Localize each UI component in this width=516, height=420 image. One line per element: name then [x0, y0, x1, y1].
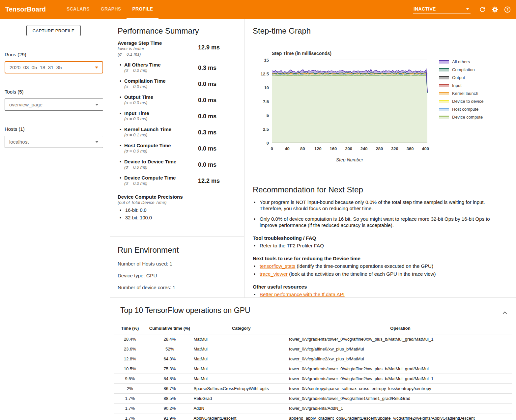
step-time-chart: 02.557.51012.515040801201602002402803203… — [253, 56, 437, 165]
metric-sigma: (σ = 0.0 ms) — [124, 116, 198, 122]
app-title: TensorBoard — [0, 0, 61, 19]
precisions-note: (out of Total Device Time) — [118, 200, 234, 205]
legend-swatch-icon — [439, 100, 449, 103]
svg-text:5: 5 — [267, 113, 269, 118]
tab-scalars[interactable]: SCALARS — [61, 0, 95, 19]
metric-row: •Host Compute Time(σ = 0.0 ms)0.0 ms — [118, 143, 234, 154]
top-ops-section: Top 10 TensorFlow operations on GPU Time… — [110, 297, 516, 420]
device-type-line: Device type: GPU — [118, 273, 237, 278]
svg-text:240: 240 — [360, 146, 368, 151]
metric-label: Device to Device Time — [124, 159, 198, 164]
avg-value: 12.9 ms — [198, 40, 234, 57]
metric-value: 0.0 ms — [198, 94, 234, 105]
tab-graphs[interactable]: GRAPHS — [95, 0, 127, 19]
run-environment-section: Run Environment Number of Hosts used: 1 … — [110, 237, 244, 290]
table-row: 9.5%84.8%MatMultower_0/v/gradients/tower… — [114, 374, 512, 384]
legend-item: Device compute — [439, 115, 483, 120]
svg-text:?: ? — [506, 8, 509, 12]
recommendation-bullet: Only 0.0% of device computation is 16 bi… — [260, 216, 504, 228]
help-icon[interactable]: ? — [503, 6, 511, 14]
svg-text:320: 320 — [391, 146, 398, 151]
svg-text:10: 10 — [264, 85, 269, 90]
metric-sigma: (σ = 0.1 ms) — [124, 132, 198, 138]
hosts-label: Hosts (1) — [5, 126, 110, 132]
cumulative-cell: 84.8% — [146, 374, 194, 384]
category-cell: AddN — [193, 404, 289, 413]
metric-value: 0.0 ms — [198, 110, 234, 122]
legend-swatch-icon — [439, 84, 449, 87]
metric-label: All Others Time — [124, 62, 198, 68]
operation-cell: tower_0/v/gradients/tower_0/v/cg/affine1… — [289, 394, 512, 404]
step-time-graph-title: Step-time Graph — [253, 26, 516, 36]
table-header-row: Time (%) Cumulative time (%) Category Op… — [114, 324, 512, 334]
bullet-icon: • — [118, 62, 124, 73]
tools-select[interactable]: overview_page — [5, 98, 103, 111]
precisions-label: Device Compute Precisions — [118, 194, 234, 200]
faq-heading: Tool troubleshooting / FAQ — [253, 235, 504, 241]
recommendation-bullet: Your program is NOT input-bound because … — [260, 199, 504, 211]
bullet-icon: • — [118, 94, 124, 105]
next-tools-heading: Next tools to use for reducing the Devic… — [253, 256, 504, 261]
chevron-down-icon — [95, 67, 98, 69]
metrics-list: •All Others Time(σ = 0.2 ms)0.3 ms•Compi… — [118, 62, 234, 186]
tab-profile[interactable]: PROFILE — [127, 0, 158, 19]
status-select[interactable]: INACTIVE — [413, 5, 471, 14]
chevron-down-icon — [95, 104, 99, 106]
bullet-icon: • — [118, 143, 124, 154]
legend-swatch-icon — [439, 68, 449, 71]
operation-cell: tower_0/v/gradients/tower_0/v/cg/affine2… — [289, 364, 512, 374]
bullet-icon: • — [253, 242, 260, 249]
table-row: 12.8%64.8%MatMultower_0/v/cg/affine2/xw_… — [114, 354, 512, 364]
time-cell: 1.7% — [114, 394, 146, 404]
runs-select[interactable]: 2020_03_05_18_31_35 — [5, 61, 103, 73]
metric-row: •Device to Device Time(σ = 0.0 ms)0.0 ms — [118, 159, 234, 170]
bullet-icon: • — [253, 271, 260, 277]
legend-item: Device to device — [439, 99, 483, 104]
cumulative-cell: 75.3% — [146, 364, 194, 374]
tfdata-api-link[interactable]: Better performance with the tf.data API — [260, 292, 345, 297]
metric-label: Kernel Launch Time — [124, 126, 198, 132]
capture-profile-button[interactable]: CAPTURE PROFILE — [26, 25, 81, 36]
cumulative-cell: 88.5% — [146, 394, 194, 404]
resources-heading: Other useful resources — [253, 284, 504, 290]
legend-swatch-icon — [439, 108, 449, 111]
trace-viewer-link[interactable]: trace_viewer — [260, 271, 288, 277]
table-row: 10.5%75.3%MatMultower_0/v/gradients/towe… — [114, 364, 512, 374]
legend-swatch-icon — [439, 92, 449, 95]
svg-text:2.5: 2.5 — [263, 127, 269, 132]
bullet-icon: • — [253, 216, 260, 228]
cumulative-cell: 28.4% — [146, 334, 194, 344]
metric-label: Device Compute Time — [124, 175, 198, 181]
metric-row: •Device Compute Time(σ = 0.2 ms)12.2 ms — [118, 175, 234, 186]
metric-sigma: (σ = 0.0 ms) — [124, 84, 198, 89]
cumulative-cell: 52% — [146, 344, 194, 354]
refresh-icon[interactable] — [478, 6, 486, 14]
time-cell: 1.7% — [114, 404, 146, 413]
chevron-up-icon[interactable] — [502, 310, 507, 316]
cumulative-cell: 91.9% — [146, 413, 194, 420]
metric-sigma: (σ = 0.2 ms) — [124, 68, 198, 73]
svg-text:12.5: 12.5 — [261, 71, 269, 76]
table-row: 1.7%90.2%AddNtower_0/v/gradients/AddN_1 — [114, 404, 512, 413]
hosts-select[interactable]: localhost — [5, 136, 103, 148]
settings-gear-icon[interactable] — [491, 6, 499, 14]
hosts-value: localhost — [9, 139, 29, 145]
svg-text:200: 200 — [345, 146, 352, 151]
bullet-icon: • — [118, 175, 124, 186]
nav-tabs: SCALARS GRAPHS PROFILE — [61, 0, 158, 19]
top-ops-title: Top 10 TensorFlow operations on GPU — [120, 306, 512, 315]
avg-note: lower is better — [118, 46, 198, 51]
recommendation-section: Recommendation for Next Step • Your prog… — [244, 177, 516, 297]
time-cell: 2% — [114, 384, 146, 394]
time-cell: 9.5% — [114, 374, 146, 384]
tensorflow-stats-link[interactable]: tensorflow_stats — [260, 263, 295, 269]
col-cumulative: Cumulative time (%) — [146, 324, 194, 334]
performance-summary-section: Performance Summary Average Step Time lo… — [110, 19, 244, 237]
metric-sigma: (σ = 0.2 ms) — [124, 181, 198, 186]
metric-row: •Compilation Time(σ = 0.0 ms)0.0 ms — [118, 78, 234, 89]
step-time-graph-section: Step-time Graph Step Time (in millisecon… — [244, 19, 516, 177]
svg-text:160: 160 — [330, 146, 337, 151]
metric-row: •Kernel Launch Time(σ = 0.1 ms)0.3 ms — [118, 126, 234, 138]
time-cell: 12.8% — [114, 354, 146, 364]
device-compute-precisions: Device Compute Precisions (out of Total … — [118, 194, 234, 220]
